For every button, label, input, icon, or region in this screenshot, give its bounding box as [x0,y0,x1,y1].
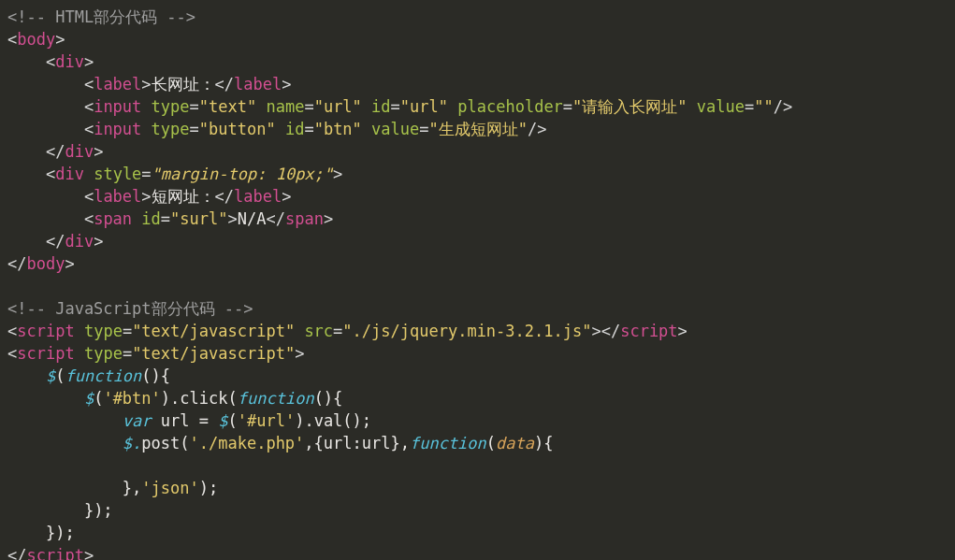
na-text: N/A [238,209,267,228]
tag-body-open: body [17,30,55,49]
make-php: './make.php' [190,434,305,452]
tag-div-styled: div [55,165,84,183]
post-obj: ,{url:url}, [304,434,410,452]
url-var: url [161,411,190,430]
val-method: val [314,411,343,430]
label-short-text: 短网址： [152,187,215,206]
json-str: 'json' [141,479,198,497]
comment-js: <!-- JavaScript部分代码 --> [7,299,253,318]
code-editor[interactable]: <!-- HTML部分代码 --> <body> <div> <label>长网… [0,0,955,560]
tag-input-button: input [94,120,141,138]
jq-dollar: $ [46,366,55,385]
tag-span: span [94,209,132,228]
comment-html: <!-- HTML部分代码 --> [7,7,195,26]
tag-label-open: label [94,75,141,93]
tag-script-inline: script [17,344,74,363]
jq-dollar-dot: $. [123,434,141,452]
sel-url: '#url' [238,411,295,430]
post-method: post [141,434,180,452]
data-param: data [496,434,534,452]
label-long-text: 长网址： [152,75,215,93]
var-kw: var [123,411,152,430]
click-method: click [180,389,227,408]
tag-body-close: body [26,254,65,273]
tag-input-text: input [94,97,141,116]
sel-btn: '#btn' [103,389,160,408]
function-kw: function [65,366,141,385]
tag-script-ext: script [17,322,74,340]
tag-div-open: div [55,52,84,71]
